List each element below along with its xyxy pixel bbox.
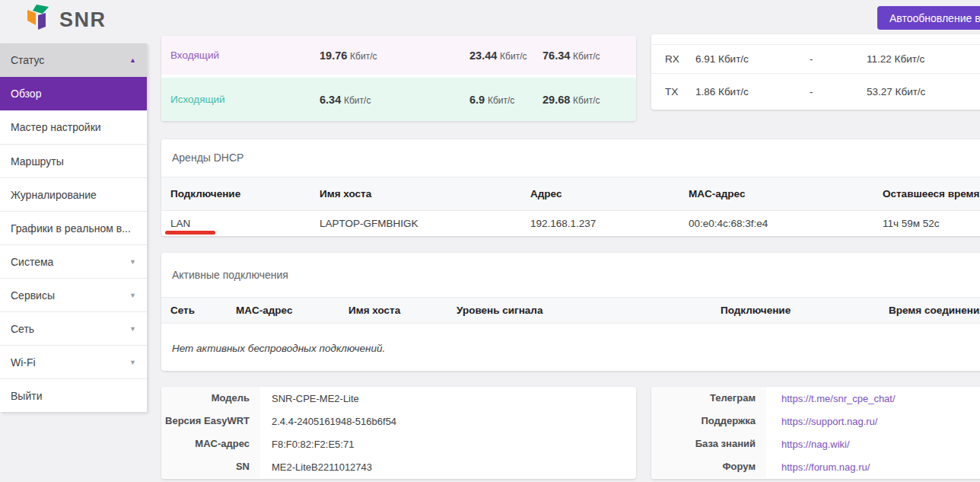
traffic-value: 23.44 xyxy=(469,49,497,62)
rx-label: RX xyxy=(665,53,695,65)
dhcp-cell-mac: 00:e0:4c:68:3f:e4 xyxy=(689,218,883,229)
info-label: Версия EasyWRT xyxy=(161,410,260,433)
link-row-support: Поддержка https://support.nag.ru/ xyxy=(651,410,980,433)
column-header: Время соединения xyxy=(889,305,980,316)
dhcp-leases-panel: Аренды DHCP Подключение Имя хоста Адрес … xyxy=(161,139,980,236)
rxtx-clipped-row xyxy=(651,34,980,45)
dhcp-cell-connection: LAN xyxy=(170,218,320,229)
column-header: Имя хоста xyxy=(348,305,457,316)
traffic-unit: Кбит/с xyxy=(573,51,600,62)
sidebar-item-system[interactable]: Система ▼ xyxy=(0,244,147,278)
sidebar-item-logout[interactable]: Выйти xyxy=(0,378,147,412)
chevron-up-icon: ▲ xyxy=(129,43,136,77)
link-label: Форум xyxy=(651,455,766,478)
chevron-down-icon: ▼ xyxy=(129,245,136,278)
dhcp-panel-title: Аренды DHCP xyxy=(161,139,980,177)
telegram-link[interactable]: https://t.me/snr_cpe_chat/ xyxy=(781,393,896,404)
dhcp-table-row: LAN LAPTOP-GFMBHIGK 192.168.1.237 00:e0:… xyxy=(161,211,980,236)
logo-text: SNR xyxy=(59,8,107,32)
column-header: Сеть xyxy=(170,305,236,316)
info-label: SN xyxy=(161,455,260,478)
link-label: Поддержка xyxy=(651,410,766,433)
dhcp-cell-address: 192.168.1.237 xyxy=(530,218,689,229)
snr-logo: SNR xyxy=(26,5,107,35)
traffic-panel: Входящий 19.76 Кбит/с 23.44 Кбит/с 76.34… xyxy=(161,36,636,121)
rx-value: 11.22 Кбит/с xyxy=(867,53,980,65)
info-row-model: Модель SNR-CPE-ME2-Lite xyxy=(161,387,636,410)
active-connections-panel: Активные подключения Сеть MAC-адрес Имя … xyxy=(161,253,980,371)
link-row-telegram: Телеграм https://t.me/snr_cpe_chat/ xyxy=(651,387,980,410)
red-underline-annotation xyxy=(165,231,215,235)
sidebar-item-services[interactable]: Сервисы ▼ xyxy=(0,278,147,311)
sidebar-item-wifi[interactable]: Wi-Fi ▼ xyxy=(0,345,147,378)
tx-value: 1.86 Кбит/с xyxy=(695,86,810,97)
link-label: База знаний xyxy=(651,433,766,455)
traffic-value: 76.34 xyxy=(542,49,570,62)
column-header: Подключение xyxy=(721,305,889,316)
column-header: Адрес xyxy=(530,188,689,200)
tx-label: TX xyxy=(665,86,695,97)
column-header: Имя хоста xyxy=(320,188,530,200)
wiki-link[interactable]: https://nag.wiki/ xyxy=(781,439,850,450)
info-value: 2.4.4-2405161948-516b6f54 xyxy=(260,416,636,427)
traffic-value: 29.68 xyxy=(542,94,570,106)
info-value: F8:F0:82:F2:E5:71 xyxy=(260,439,636,450)
link-row-wiki: База знаний https://nag.wiki/ xyxy=(651,433,980,455)
sidebar-item-overview[interactable]: Обзор xyxy=(0,77,147,110)
tx-value: - xyxy=(810,86,867,97)
sidebar-item-realtime-graphs[interactable]: Графики в реальном в... xyxy=(0,211,147,244)
device-info-panel: Модель SNR-CPE-ME2-Lite Версия EasyWRT 2… xyxy=(161,387,636,479)
dhcp-cell-hostname: LAPTOP-GFMBHIGK xyxy=(320,218,530,229)
column-header: Оставшееся время аренды xyxy=(883,188,980,200)
sidebar-item-setup-wizard[interactable]: Мастер настройки xyxy=(0,110,147,144)
traffic-row-incoming: Входящий 19.76 Кбит/с 23.44 Кбит/с 76.34… xyxy=(161,36,636,75)
chevron-down-icon: ▼ xyxy=(129,312,136,345)
tx-value: 53.27 Кбит/с xyxy=(867,86,980,97)
sidebar-item-network[interactable]: Сеть ▼ xyxy=(0,311,147,345)
rxtx-panel: RX 6.91 Кбит/с - 11.22 Кбит/с TX 1.86 Кб… xyxy=(651,34,980,110)
sidebar: Статус ▲ Обзор Мастер настройки Маршруты… xyxy=(0,43,147,412)
sidebar-item-logging[interactable]: Журналирование xyxy=(0,177,147,211)
info-row-serial: SN ME2-LiteB2211012743 xyxy=(161,455,636,478)
dhcp-cell-lease-time: 11ч 59м 52с xyxy=(883,218,980,229)
no-connections-message: Нет активных беспроводных подключений. xyxy=(161,324,980,354)
info-label: Модель xyxy=(161,387,260,410)
column-header: Уровень сигнала xyxy=(457,305,721,316)
sidebar-item-routes[interactable]: Маршруты xyxy=(0,144,147,177)
rx-value: - xyxy=(810,53,867,65)
traffic-row-outgoing: Исходящий 6.34 Кбит/с 6.9 Кбит/с 29.68 К… xyxy=(161,78,636,121)
connections-table-header: Сеть MAC-адрес Имя хоста Уровень сигнала… xyxy=(161,297,980,324)
info-label: MAC-адрес xyxy=(161,433,260,455)
connections-panel-title: Активные подключения xyxy=(161,253,980,297)
snr-logo-icon xyxy=(26,5,53,35)
chevron-down-icon: ▼ xyxy=(129,346,136,378)
info-row-firmware: Версия EasyWRT 2.4.4-2405161948-516b6f54 xyxy=(161,410,636,433)
traffic-value: 6.9 xyxy=(469,94,485,106)
info-value: ME2-LiteB2211012743 xyxy=(260,461,636,473)
traffic-value: 19.76 xyxy=(320,49,347,62)
tx-row: TX 1.86 Кбит/с - 53.27 Кбит/с xyxy=(651,74,980,109)
chevron-down-icon: ▼ xyxy=(129,279,136,311)
rx-row: RX 6.91 Кбит/с - 11.22 Кбит/с xyxy=(651,45,980,74)
traffic-unit: Кбит/с xyxy=(344,95,371,106)
traffic-unit: Кбит/с xyxy=(350,51,377,62)
forum-link[interactable]: https://forum.nag.ru/ xyxy=(781,461,870,473)
column-header: MAC-адрес xyxy=(236,305,348,316)
column-header: MAC-адрес xyxy=(689,188,883,200)
traffic-unit: Кбит/с xyxy=(500,51,527,62)
autoupdate-button[interactable]: Автообновление в xyxy=(877,6,980,30)
column-header: Подключение xyxy=(170,188,320,200)
traffic-value: 6.34 xyxy=(320,94,341,106)
support-link[interactable]: https://support.nag.ru/ xyxy=(781,416,877,427)
link-row-forum: Форум https://forum.nag.ru/ xyxy=(651,455,980,478)
sidebar-item-status[interactable]: Статус ▲ xyxy=(0,43,147,77)
dhcp-table-header: Подключение Имя хоста Адрес MAC-адрес Ос… xyxy=(161,177,980,211)
info-row-mac: MAC-адрес F8:F0:82:F2:E5:71 xyxy=(161,433,636,455)
info-value: SNR-CPE-ME2-Lite xyxy=(260,393,636,404)
traffic-label: Входящий xyxy=(170,49,320,61)
traffic-unit: Кбит/с xyxy=(573,95,600,106)
traffic-label: Исходящий xyxy=(170,94,320,105)
link-label: Телеграм xyxy=(651,387,766,410)
support-links-panel: Телеграм https://t.me/snr_cpe_chat/ Подд… xyxy=(651,387,980,479)
traffic-unit: Кбит/с xyxy=(488,95,514,106)
